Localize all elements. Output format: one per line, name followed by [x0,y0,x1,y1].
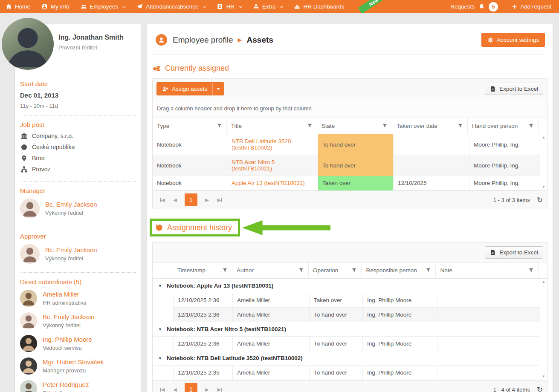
job-post-country: Česká republika [21,144,135,150]
asset-hand-over-person: Moore Phillip, Ing. [469,134,541,155]
history-row[interactable]: 12/10/2025 2:36 Amelia Miller To hand ov… [153,308,547,322]
filter-icon[interactable] [528,123,534,129]
subordinate-name-link[interactable]: Bc. Emily Jackson [43,313,95,320]
asset-row[interactable]: Notebook NTB Dell Latitude 3520 (testNTB… [153,134,547,155]
scroll-down-icon[interactable]: ▼ [542,375,545,378]
column-header-hand-over-person[interactable]: Hand over person [468,118,539,134]
assign-assets-button[interactable]: Assign assets [156,82,224,95]
column-header-operation[interactable]: Operation [309,262,362,278]
pager-prev-button[interactable]: ◀ [170,195,180,205]
scroll-up-icon[interactable]: ▲ [542,280,545,284]
avatar[interactable] [20,312,37,329]
asset-state: To hand over [318,155,394,176]
manager-heading: Manager [20,187,136,194]
history-row[interactable]: 12/10/2025 2:35 Amelia Miller To hand ov… [153,366,547,380]
refresh-icon[interactable]: ↻ [537,385,543,392]
requests-button[interactable]: Requests 5 [444,2,504,12]
column-header-state[interactable]: State [317,118,392,134]
column-header-timestamp[interactable]: Timestamp [173,262,232,278]
pager-next-button[interactable]: ▶ [202,195,212,205]
breadcrumb-section[interactable]: Employee profile [173,35,233,45]
collapse-group-icon[interactable]: ▼ [158,356,162,360]
filter-icon[interactable] [307,123,313,129]
group-label: Notebook: NTB Acer Nitro 5 (testNTB10021… [167,326,286,332]
asset-row[interactable]: Notebook Apple Air 13 (testNTB10031) Tak… [153,176,547,190]
nav-item-home[interactable]: Home [0,0,36,13]
avatar[interactable] [20,199,40,218]
avatar[interactable] [20,357,37,375]
subordinate-name-link[interactable]: Peter Rodriguez [43,381,89,388]
pager-current-page[interactable]: 1 [185,193,197,206]
filter-icon[interactable] [458,123,463,129]
nav-item-my-info[interactable]: My info [36,0,75,13]
pager-current-page[interactable]: 1 [185,383,197,392]
subordinate-name-link[interactable]: Amelia Miller [43,291,87,298]
column-header-responsible-person[interactable]: Responsible person [362,262,436,278]
filter-icon[interactable] [217,123,222,129]
collapse-group-icon[interactable]: ▼ [158,284,162,288]
filter-icon[interactable] [351,268,357,273]
asset-taken-over-date [394,155,469,176]
history-row[interactable]: 12/10/2025 2:36 Amelia Miller Taken over… [153,293,547,308]
filter-icon[interactable] [298,268,304,273]
history-note [437,293,541,308]
avatar[interactable] [20,335,37,352]
export-to-excel-button[interactable]: Export to Excel [485,246,543,259]
job-post-company: Company, s.r.o. [21,133,135,139]
history-operation: To hand over [310,366,363,380]
subordinate-role: Skladník [43,390,89,392]
nav-label: HR Dashboards [303,3,344,10]
avatar[interactable] [20,244,40,264]
asset-row[interactable]: Notebook NTB Acer Nitro 5 (testNTB10021)… [153,155,547,176]
column-header-type[interactable]: Type [153,118,227,134]
nav-item-extra[interactable]: Extra [247,0,289,13]
filter-icon[interactable] [382,123,388,129]
avatar[interactable] [20,290,37,307]
subordinate-role: Manager provozu [43,367,104,374]
assign-assets-dropdown[interactable] [212,83,224,95]
column-header-author[interactable]: Author [232,262,309,278]
avatar[interactable] [20,380,37,392]
column-header-taken-over-date[interactable]: Taken over date [392,118,468,134]
export-to-excel-label: Export to Excel [499,249,538,256]
pager-last-button[interactable]: ▶ [214,384,225,392]
add-request-button[interactable]: Add request [504,3,559,10]
column-header-note[interactable]: Note [436,262,539,278]
history-grid-body: ▼ Notebook: Apple Air 13 (testNTB10031) … [153,279,547,380]
subordinate-name-link[interactable]: Ing. Phillip Moore [43,336,92,343]
nav-item-attendance[interactable]: Attendance/absence [131,0,211,13]
asset-type: Notebook [153,155,227,176]
group-label: Notebook: Apple Air 13 (testNTB10031) [167,282,273,289]
history-responsible-person: Ing. Phillip Moore [363,308,437,322]
pager-items-info: 1 - 3 of 3 items [493,197,530,203]
approver-name-link[interactable]: Bc. Emily Jackson [45,246,97,254]
nav-item-employees[interactable]: Employees [75,0,131,13]
export-to-excel-button[interactable]: Export to Excel [485,83,543,95]
filter-icon[interactable] [222,268,228,273]
collapse-group-icon[interactable]: ▼ [158,327,162,331]
history-row[interactable]: 12/10/2025 2:36 Amelia Miller To hand ov… [153,337,547,351]
nav-item-hr[interactable]: HR [211,0,247,13]
asset-title-link[interactable]: Apple Air 13 (testNTB10031) [232,180,305,186]
pager-prev-button[interactable]: ◀ [170,384,180,392]
refresh-icon[interactable]: ↻ [537,196,543,204]
pager-first-button[interactable]: ◀ [157,195,168,205]
pager-last-button[interactable]: ▶ [214,195,225,205]
scroll-up-icon[interactable]: ▲ [542,136,545,139]
assigned-assets-icon [153,65,161,72]
asset-title-link[interactable]: NTB Acer Nitro 5 (testNTB10021) [232,159,313,172]
asset-title-link[interactable]: NTB Dell Latitude 3520 (testNTB10002) [232,138,313,151]
filter-icon[interactable] [528,268,534,273]
filter-icon[interactable] [426,268,431,273]
scroll-down-icon[interactable]: ▼ [542,185,545,189]
history-author: Amelia Miller [233,308,310,322]
manager-name-link[interactable]: Bc. Emily Jackson [45,201,97,208]
employees-icon [81,3,87,10]
annotation-arrow [242,220,330,235]
pager-next-button[interactable]: ▶ [202,384,212,392]
account-settings-button[interactable]: Account settings [481,33,545,47]
subordinate-name-link[interactable]: Mgr. Hubert Slováček [43,358,104,366]
nav-item-hr-dashboards[interactable]: HR Dashboards [288,0,350,13]
pager-first-button[interactable]: ◀ [157,384,168,392]
column-header-title[interactable]: Title [227,118,317,134]
